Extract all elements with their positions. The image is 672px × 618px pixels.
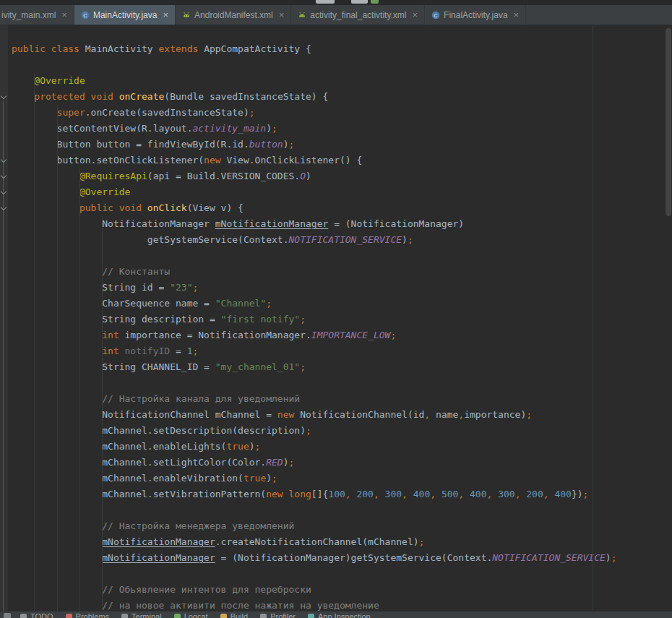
- code-token: ;: [300, 361, 306, 372]
- java-class-icon: C: [81, 11, 90, 20]
- code-line[interactable]: mChannel.enableVibration(true);: [12, 471, 672, 486]
- editor-scrollbar[interactable]: [665, 25, 672, 618]
- code-line[interactable]: public void onClick(View v) {: [12, 200, 672, 216]
- tool-window-button[interactable]: Profiler: [260, 612, 296, 618]
- tool-window-button[interactable]: Terminal: [121, 612, 162, 618]
- code-token: ,: [543, 489, 555, 499]
- code-token: "Channel": [215, 298, 266, 309]
- code-line[interactable]: super.onCreate(savedInstanceState);: [12, 105, 672, 121]
- tool-window-button[interactable]: Logcat: [174, 612, 208, 618]
- code-line[interactable]: // Настройка канала для уведомлений: [12, 391, 672, 407]
- code-line[interactable]: [12, 375, 672, 391]
- code-token: ;: [272, 123, 277, 134]
- tool-window-button[interactable]: App Inspection: [308, 612, 371, 618]
- editor-tab[interactable]: activity_final_activtity.xml×: [291, 5, 425, 25]
- code-line[interactable]: setContentView(R.layout.activity_main);: [12, 121, 672, 137]
- code-line[interactable]: [12, 502, 672, 518]
- tool-window-label: Terminal: [132, 612, 162, 618]
- tool-window-label: App Inspection: [318, 612, 371, 618]
- code-line[interactable]: CharSequence name = "Channel";: [12, 296, 672, 312]
- tool-window-label: Profiler: [270, 612, 296, 618]
- code-line[interactable]: int notifyID = 1;: [12, 343, 672, 359]
- indent-guide: [34, 73, 35, 618]
- editor-tab[interactable]: CMainActivity.java×: [74, 5, 176, 25]
- close-icon[interactable]: ×: [279, 11, 285, 20]
- code-line[interactable]: // Настройка менеджера уведомлений: [12, 518, 672, 534]
- build-icon: [220, 614, 227, 618]
- code-line[interactable]: Button button = findViewById(R.id.button…: [12, 137, 672, 153]
- fold-marker-icon[interactable]: [1, 189, 7, 196]
- tool-window-button[interactable]: Build: [220, 612, 248, 618]
- code-line[interactable]: [12, 57, 672, 73]
- code-token: NotificationChannel mChannel =: [12, 409, 277, 420]
- code-token: 100: [328, 489, 345, 499]
- code-line[interactable]: mChannel.setLightColor(Color.RED);: [12, 455, 672, 471]
- code-token: importance = NotificationManager.: [125, 330, 311, 340]
- close-icon[interactable]: ×: [61, 11, 67, 20]
- code-token: 300: [498, 489, 514, 499]
- code-line[interactable]: mChannel.enableLights(true);: [12, 439, 672, 455]
- code-token: 400: [554, 489, 571, 499]
- code-line[interactable]: NotificationChannel mChannel = new Notif…: [12, 407, 672, 423]
- code-line[interactable]: @Override: [12, 184, 672, 200]
- code-token: ): [283, 139, 289, 150]
- code-token: (api = Build.VERSION_CODES.: [147, 171, 300, 181]
- code-token: = (NotificationManager)getSystemService(…: [215, 552, 493, 563]
- editor-pane: public class MainActivity extends AppCom…: [0, 25, 672, 618]
- fold-marker-icon[interactable]: [1, 158, 7, 164]
- scrollbar-thumb[interactable]: [665, 28, 671, 216]
- code-line[interactable]: String description = "first notify";: [12, 312, 672, 327]
- code-line[interactable]: public class MainActivity extends AppCom…: [12, 41, 672, 57]
- code-line[interactable]: // Константы: [12, 264, 672, 280]
- code-line[interactable]: [12, 248, 672, 264]
- code-token: new long: [266, 489, 311, 499]
- code-line[interactable]: mChannel.setDescription(description);: [12, 423, 672, 439]
- code-line[interactable]: mNotificationManager.createNotificationC…: [12, 534, 672, 550]
- tool-window-bar: TODOProblemsTerminalLogcatBuildProfilerA…: [0, 611, 672, 618]
- tab-label: MainActivity.java: [93, 10, 157, 20]
- code-line[interactable]: String id = "23";: [12, 280, 672, 296]
- tool-window-button[interactable]: TODO: [20, 612, 53, 618]
- code-line[interactable]: mChannel.setVibrationPattern(new long[]{…: [12, 486, 672, 502]
- close-icon[interactable]: ×: [163, 11, 168, 20]
- editor-tab[interactable]: AndroidManifest.xml×: [176, 5, 291, 25]
- editor-tab[interactable]: CFinalActivity.java×: [425, 5, 526, 25]
- code-line[interactable]: mNotificationManager = (NotificationMana…: [12, 550, 672, 566]
- code-line[interactable]: int importance = NotificationManager.IMP…: [12, 327, 672, 343]
- fold-marker-icon[interactable]: [1, 173, 7, 180]
- code-line[interactable]: protected void onCreate(Bundle savedInst…: [12, 89, 672, 105]
- code-token: mNotificationManager: [102, 552, 215, 563]
- code-line[interactable]: @RequiresApi(api = Build.VERSION_CODES.O…: [12, 168, 672, 184]
- run-button-fragment[interactable]: [371, 0, 379, 4]
- code-line[interactable]: @Override: [12, 73, 672, 89]
- close-icon[interactable]: ×: [413, 11, 418, 20]
- code-token: String id =: [12, 282, 170, 293]
- code-editor[interactable]: public class MainActivity extends AppCom…: [8, 25, 672, 618]
- tab-label: activity_final_activtity.xml: [310, 10, 406, 20]
- tab-label: AndroidManifest.xml: [194, 10, 273, 20]
- fold-marker-icon[interactable]: [1, 94, 7, 100]
- code-line[interactable]: // Обьявление интентов для переброски: [12, 582, 672, 598]
- indent-guide: [79, 168, 80, 618]
- tool-window-switcher-icon[interactable]: [4, 613, 11, 618]
- toolbar-widget[interactable]: [351, 0, 368, 4]
- svg-text:C: C: [434, 12, 438, 18]
- code-token: mChannel.setDescription(description): [12, 425, 306, 436]
- tool-window-button[interactable]: Problems: [66, 612, 109, 618]
- close-icon[interactable]: ×: [514, 11, 520, 20]
- toolbar-widget[interactable]: [316, 0, 335, 4]
- code-token: (Bundle savedInstanceState) {: [164, 91, 328, 102]
- fold-marker-icon[interactable]: [1, 205, 7, 212]
- code-line[interactable]: [12, 566, 672, 582]
- code-token: ;: [526, 409, 532, 420]
- code-line[interactable]: button.setOnClickListener(new View.OnCli…: [12, 153, 672, 168]
- code-line[interactable]: NotificationManager mNotificationManager…: [12, 216, 672, 232]
- code-line[interactable]: getSystemService(Context.NOTIFICATION_SE…: [12, 232, 672, 248]
- code-token: notifyID: [125, 346, 171, 356]
- code-token: int: [12, 346, 125, 356]
- editor-tab[interactable]: ivity_main.xml×: [0, 5, 74, 25]
- code-line[interactable]: String CHANNEL_ID = "my_channel_01";: [12, 359, 672, 375]
- code-token: importance): [464, 409, 526, 420]
- code-token: 200: [526, 489, 543, 499]
- tab-label: FinalActivity.java: [444, 10, 507, 20]
